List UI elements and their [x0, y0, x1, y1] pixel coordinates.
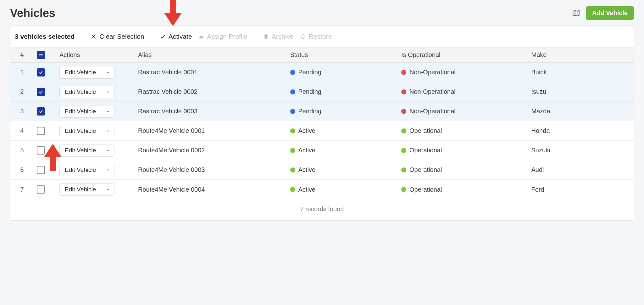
svg-marker-0 — [573, 10, 579, 16]
row-checkbox[interactable] — [37, 166, 45, 174]
row-number: 2 — [10, 88, 34, 95]
row-status: Pending — [288, 108, 399, 115]
add-vehicle-button[interactable]: Add Vehicle — [586, 6, 634, 20]
col-header-operational: Is Operational — [399, 51, 529, 59]
row-status: Pending — [288, 69, 399, 76]
status-dot — [290, 128, 295, 133]
operational-dot — [401, 89, 406, 94]
edit-vehicle-dropdown[interactable] — [101, 144, 114, 156]
edit-vehicle-group: Edit Vehicle — [59, 105, 114, 118]
row-operational: Operational — [399, 166, 529, 173]
select-all-checkbox[interactable] — [37, 51, 45, 59]
edit-vehicle-dropdown[interactable] — [101, 66, 114, 78]
edit-vehicle-button[interactable]: Edit Vehicle — [60, 86, 101, 98]
activate-label: Activate — [169, 33, 192, 40]
status-text: Pending — [298, 88, 321, 95]
archive-label: Archive — [272, 33, 294, 40]
row-checkbox[interactable] — [37, 146, 45, 155]
edit-vehicle-button[interactable]: Edit Vehicle — [60, 144, 101, 156]
edit-vehicle-button[interactable]: Edit Vehicle — [60, 184, 101, 195]
row-checkbox-cell — [34, 185, 57, 194]
chevron-down-icon — [106, 187, 110, 192]
row-status: Active — [288, 127, 399, 134]
row-status: Active — [288, 186, 399, 193]
edit-vehicle-button[interactable]: Edit Vehicle — [60, 125, 101, 137]
edit-vehicle-dropdown[interactable] — [101, 164, 114, 176]
row-alias: Route4Me Vehicle 0003 — [136, 166, 288, 173]
table-row: 5Edit VehicleRoute4Me Vehicle 0002Active… — [10, 141, 634, 160]
row-alias: Route4Me Vehicle 0002 — [136, 147, 288, 154]
row-make: Audi — [529, 166, 634, 173]
chevron-down-icon — [106, 148, 110, 153]
status-dot — [290, 167, 295, 172]
edit-vehicle-dropdown[interactable] — [101, 86, 114, 98]
selection-count: 3 vehicles selected — [15, 33, 78, 40]
row-make: Buick — [529, 69, 634, 76]
vehicles-card: 3 vehicles selected Clear Selection Acti… — [10, 25, 634, 221]
edit-vehicle-button[interactable]: Edit Vehicle — [60, 105, 101, 117]
row-alias: Rastrac Vehicle 0003 — [136, 108, 288, 115]
clear-selection-button[interactable]: Clear Selection — [88, 31, 147, 42]
edit-vehicle-group: Edit Vehicle — [59, 164, 114, 176]
status-text: Pending — [298, 69, 321, 76]
row-checkbox[interactable] — [37, 88, 45, 96]
status-text: Active — [298, 186, 315, 193]
row-make: Ford — [529, 186, 634, 193]
status-dot — [290, 187, 295, 192]
table-body: 1Edit VehicleRastrac Vehicle 0001Pending… — [10, 63, 634, 199]
edit-vehicle-group: Edit Vehicle — [59, 144, 114, 157]
row-actions-cell: Edit Vehicle — [57, 66, 136, 79]
map-icon[interactable] — [572, 9, 580, 17]
restore-button[interactable]: Restore — [297, 31, 335, 42]
col-header-num: # — [10, 51, 34, 59]
table-row: 7Edit VehicleRoute4Me Vehicle 0004Active… — [10, 180, 634, 199]
operational-text: Non-Operational — [409, 69, 456, 76]
row-alias: Rastrac Vehicle 0002 — [136, 88, 288, 95]
row-checkbox[interactable] — [37, 127, 45, 135]
activate-button[interactable]: Activate — [157, 31, 195, 42]
row-checkbox[interactable] — [37, 107, 45, 116]
col-header-make: Make — [529, 51, 634, 59]
row-operational: Non-Operational — [399, 108, 529, 115]
row-alias: Route4Me Vehicle 0004 — [136, 186, 288, 193]
operational-text: Operational — [409, 186, 442, 193]
table-row: 1Edit VehicleRastrac Vehicle 0001Pending… — [10, 63, 634, 82]
row-actions-cell: Edit Vehicle — [57, 86, 136, 98]
row-number: 5 — [10, 147, 34, 154]
assign-profile-button[interactable]: Assign Profile — [196, 31, 250, 42]
edit-vehicle-group: Edit Vehicle — [59, 125, 114, 137]
vehicle-profile-icon — [198, 33, 204, 40]
row-actions-cell: Edit Vehicle — [57, 144, 136, 157]
edit-vehicle-button[interactable]: Edit Vehicle — [60, 66, 101, 78]
row-checkbox[interactable] — [37, 185, 45, 194]
operational-dot — [401, 187, 406, 192]
row-operational: Operational — [399, 127, 529, 134]
row-operational: Non-Operational — [399, 88, 529, 95]
status-text: Active — [298, 166, 315, 173]
row-checkbox-cell — [34, 146, 57, 155]
row-checkbox-cell — [34, 166, 57, 174]
chevron-down-icon — [106, 70, 110, 75]
row-operational: Operational — [399, 186, 529, 193]
table-row: 6Edit VehicleRoute4Me Vehicle 0003Active… — [10, 160, 634, 180]
table-row: 2Edit VehicleRastrac Vehicle 0002Pending… — [10, 82, 634, 102]
edit-vehicle-group: Edit Vehicle — [59, 183, 114, 196]
edit-vehicle-dropdown[interactable] — [101, 105, 114, 117]
trash-icon — [263, 33, 269, 40]
row-status: Active — [288, 166, 399, 173]
operational-text: Non-Operational — [409, 108, 456, 115]
clear-selection-label: Clear Selection — [99, 33, 144, 40]
row-actions-cell: Edit Vehicle — [57, 105, 136, 118]
operational-text: Operational — [409, 166, 442, 173]
edit-vehicle-dropdown[interactable] — [101, 125, 114, 137]
row-make: Isuzu — [529, 88, 634, 95]
row-checkbox[interactable] — [37, 68, 45, 76]
edit-vehicle-button[interactable]: Edit Vehicle — [60, 164, 101, 176]
row-number: 6 — [10, 166, 34, 173]
row-number: 1 — [10, 69, 34, 76]
assign-profile-label: Assign Profile — [207, 33, 247, 40]
edit-vehicle-dropdown[interactable] — [101, 184, 114, 195]
status-text: Active — [298, 147, 315, 154]
archive-button[interactable]: Archive — [260, 31, 296, 42]
footer-records: 7 records found — [10, 199, 634, 220]
